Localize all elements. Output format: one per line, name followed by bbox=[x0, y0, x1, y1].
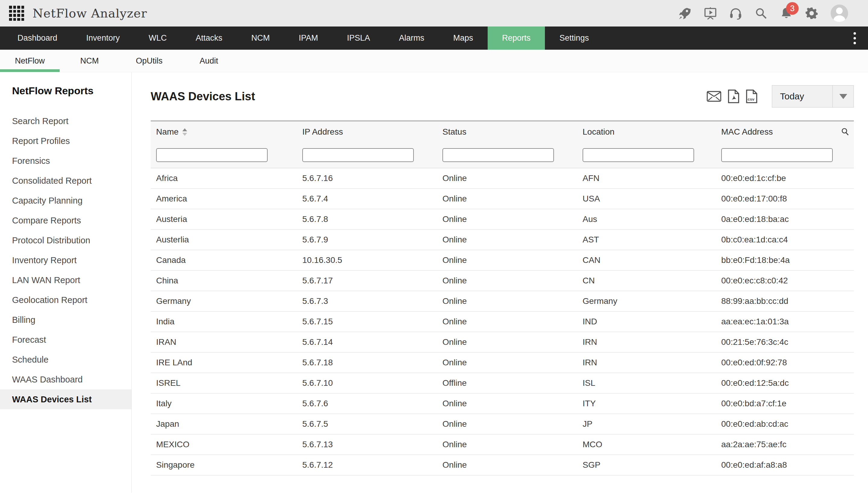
cell-location: SGP bbox=[577, 460, 716, 470]
overflow-menu-icon[interactable] bbox=[850, 30, 859, 46]
settings-gear-icon[interactable] bbox=[805, 7, 818, 20]
cell-ip-address: 5.6.7.8 bbox=[297, 214, 437, 224]
nav-item-wlc[interactable]: WLC bbox=[134, 26, 181, 50]
sidebar-item-geolocation-report[interactable]: Geolocation Report bbox=[0, 290, 131, 310]
sidebar-item-waas-dashboard[interactable]: WAAS Dashboard bbox=[0, 369, 131, 389]
cell-name: Japan bbox=[151, 419, 297, 429]
email-report-icon[interactable] bbox=[707, 91, 721, 102]
table-row-japan[interactable]: Japan 5.6.7.5 Online JP 00:e0:ed:ab:cd:a… bbox=[151, 414, 854, 434]
sidebar-item-protocol-distribution[interactable]: Protocol Distribution bbox=[0, 230, 131, 250]
cell-mac-address: 00:e0:bd:a7:cf:1e bbox=[716, 399, 833, 408]
table-row-america[interactable]: America 5.6.7.4 Online USA 00:e0:ed:17:0… bbox=[151, 189, 854, 209]
cell-location: Aus bbox=[577, 214, 716, 224]
cell-name: Austerlia bbox=[151, 235, 297, 244]
time-period-value: Today bbox=[772, 91, 832, 102]
cell-mac-address: 00:e0:ec:c8:c0:42 bbox=[716, 276, 833, 285]
nav-items: Dashboard Inventory WLC Attacks NCM IPAM… bbox=[3, 26, 603, 50]
user-avatar[interactable] bbox=[831, 4, 848, 22]
table-search-icon[interactable] bbox=[833, 127, 854, 136]
cell-name: Italy bbox=[151, 399, 297, 408]
sidebar-item-schedule[interactable]: Schedule bbox=[0, 350, 131, 369]
nav-item-ipsla[interactable]: IPSLA bbox=[332, 26, 385, 50]
subnav-tab-ncm[interactable]: NCM bbox=[60, 50, 119, 72]
csv-export-icon[interactable]: csv bbox=[746, 89, 758, 103]
cell-status: Online bbox=[437, 173, 577, 183]
column-header-status[interactable]: Status bbox=[437, 127, 577, 137]
column-header-mac-address[interactable]: MAC Address bbox=[716, 127, 833, 137]
rocket-icon[interactable] bbox=[679, 7, 691, 20]
search-icon[interactable] bbox=[755, 7, 767, 20]
cell-mac-address: bb:e0:Fd:18:be:4a bbox=[716, 255, 833, 265]
sidebar-item-consolidated-report[interactable]: Consolidated Report bbox=[0, 171, 131, 191]
sidebar-item-lan-wan-report[interactable]: LAN WAN Report bbox=[0, 270, 131, 290]
cell-location: Germany bbox=[577, 296, 716, 306]
chevron-down-icon[interactable] bbox=[832, 86, 853, 107]
cell-ip-address: 5.6.7.17 bbox=[297, 276, 437, 285]
table-row-isrel[interactable]: ISREL 5.6.7.10 Offline ISL 00:e0:ed:12:5… bbox=[151, 373, 854, 393]
subnav-tabs: NetFlow NCM OpUtils Audit bbox=[0, 50, 239, 72]
subnav-tab-audit[interactable]: Audit bbox=[179, 50, 239, 72]
table-header-row: Name IP Address Status Location MAC Addr… bbox=[151, 121, 854, 143]
cell-status: Online bbox=[437, 317, 577, 326]
nav-item-alarms[interactable]: Alarms bbox=[385, 26, 439, 50]
nav-item-ncm[interactable]: NCM bbox=[237, 26, 285, 50]
filter-input-location[interactable] bbox=[583, 148, 694, 162]
table-row-austerlia[interactable]: Austerlia 5.6.7.9 Online AST 0b:c0:ea:1d… bbox=[151, 230, 854, 250]
page-title: WAAS Devices List bbox=[151, 90, 255, 103]
nav-item-attacks[interactable]: Attacks bbox=[181, 26, 237, 50]
subnav-tab-netflow[interactable]: NetFlow bbox=[0, 50, 60, 72]
table-row-india[interactable]: India 5.6.7.15 Online IND aa:ea:ec:1a:01… bbox=[151, 312, 854, 332]
sidebar-item-report-profiles[interactable]: Report Profiles bbox=[0, 131, 131, 151]
sidebar-item-search-report[interactable]: Search Report bbox=[0, 111, 131, 131]
sidebar-item-waas-devices-list[interactable]: WAAS Devices List bbox=[0, 389, 131, 409]
cell-ip-address: 10.16.30.5 bbox=[297, 255, 437, 265]
subnav-tab-oputils[interactable]: OpUtils bbox=[119, 50, 179, 72]
filter-input-ip-address[interactable] bbox=[302, 148, 414, 162]
column-header-ip-address[interactable]: IP Address bbox=[297, 127, 437, 137]
cell-mac-address: 00:e0:ed:1c:cf:be bbox=[716, 173, 833, 183]
sidebar-item-compare-reports[interactable]: Compare Reports bbox=[0, 211, 131, 230]
cell-location: AFN bbox=[577, 173, 716, 183]
table-row-germany[interactable]: Germany 5.6.7.3 Online Germany 88:99:aa:… bbox=[151, 291, 854, 312]
cell-location: USA bbox=[577, 194, 716, 203]
filter-input-status[interactable] bbox=[442, 148, 554, 162]
sidebar-item-billing[interactable]: Billing bbox=[0, 310, 131, 330]
content-area: NetFlow Reports Search Report Report Pro… bbox=[0, 72, 868, 493]
column-header-name[interactable]: Name bbox=[151, 127, 297, 137]
nav-item-inventory[interactable]: Inventory bbox=[72, 26, 134, 50]
nav-item-settings[interactable]: Settings bbox=[545, 26, 603, 50]
apps-grid-icon[interactable] bbox=[9, 6, 24, 21]
table-row-mexico[interactable]: MEXICO 5.6.7.13 Online MCO aa:2a:ae:75:a… bbox=[151, 434, 854, 455]
support-headset-icon[interactable] bbox=[729, 7, 742, 20]
sidebar-item-forecast[interactable]: Forecast bbox=[0, 330, 131, 350]
nav-item-ipam[interactable]: IPAM bbox=[284, 26, 332, 50]
sidebar-item-capacity-planning[interactable]: Capacity Planning bbox=[0, 191, 131, 211]
presentation-video-icon[interactable] bbox=[704, 7, 717, 20]
cell-status: Online bbox=[437, 440, 577, 449]
report-toolbar: csv Today bbox=[707, 85, 854, 108]
cell-name: IRAN bbox=[151, 337, 297, 347]
table-row-canada[interactable]: Canada 10.16.30.5 Online CAN bb:e0:Fd:18… bbox=[151, 250, 854, 271]
table-row-singapore[interactable]: Singapore 5.6.7.12 Online SGP 00:e0:ed:a… bbox=[151, 455, 854, 475]
notifications-bell-icon[interactable]: 3 bbox=[780, 7, 793, 20]
nav-item-maps[interactable]: Maps bbox=[439, 26, 488, 50]
nav-item-reports[interactable]: Reports bbox=[488, 26, 545, 50]
pdf-export-icon[interactable] bbox=[728, 89, 739, 103]
table-row-austeria[interactable]: Austeria 5.6.7.8 Online Aus 0a:e0:ed:18:… bbox=[151, 209, 854, 230]
table-row-italy[interactable]: Italy 5.6.7.6 Online ITY 00:e0:bd:a7:cf:… bbox=[151, 393, 854, 414]
table-row-iran[interactable]: IRAN 5.6.7.14 Online IRN 00:21:5e:76:3c:… bbox=[151, 332, 854, 353]
cell-ip-address: 5.6.7.6 bbox=[297, 399, 437, 408]
time-period-dropdown[interactable]: Today bbox=[772, 85, 854, 108]
sidebar-item-forensics[interactable]: Forensics bbox=[0, 151, 131, 171]
sidebar-item-inventory-report[interactable]: Inventory Report bbox=[0, 250, 131, 270]
table-row-china[interactable]: China 5.6.7.17 Online CN 00:e0:ec:c8:c0:… bbox=[151, 271, 854, 291]
filter-input-mac-address[interactable] bbox=[721, 148, 833, 162]
table-row-africa[interactable]: Africa 5.6.7.16 Online AFN 00:e0:ed:1c:c… bbox=[151, 168, 854, 189]
nav-item-dashboard[interactable]: Dashboard bbox=[3, 26, 72, 50]
column-header-location[interactable]: Location bbox=[577, 127, 716, 137]
cell-location: CAN bbox=[577, 255, 716, 265]
cell-location: IRN bbox=[577, 358, 716, 367]
filter-input-name[interactable] bbox=[156, 148, 268, 162]
table-row-ire-land[interactable]: IRE LAnd 5.6.7.18 Online IRN 00:e0:ed:0f… bbox=[151, 353, 854, 373]
sort-toggle-icon[interactable] bbox=[182, 128, 187, 136]
